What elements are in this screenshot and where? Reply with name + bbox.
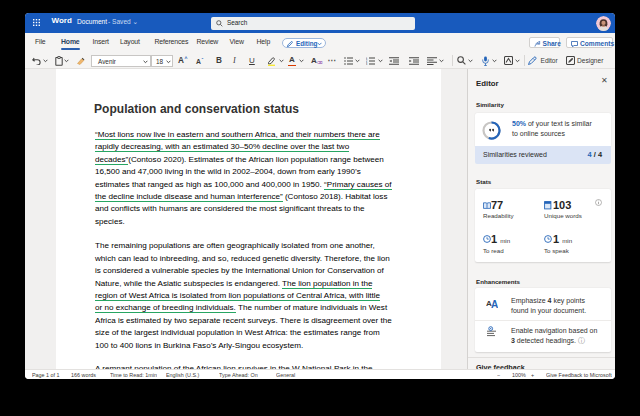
svg-text:3: 3 — [366, 62, 368, 65]
svg-text:A: A — [491, 299, 498, 309]
